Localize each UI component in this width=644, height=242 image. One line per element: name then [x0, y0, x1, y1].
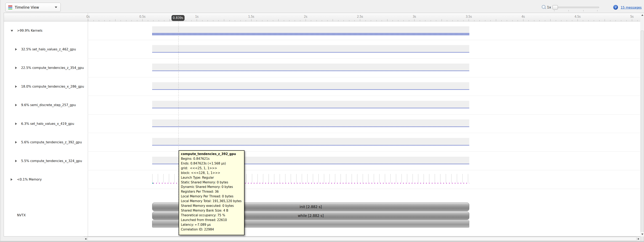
ruler-tick [599, 20, 600, 21]
expander-icon[interactable] [11, 30, 13, 32]
tooltip-line: Local Memory Per Thread: 0 bytes [181, 194, 242, 199]
tree-timeline-divider[interactable] [88, 13, 88, 236]
timeline-ruler[interactable]: 0s0.5s1s1.5s2s2.5s3s3.5s4s4.5s5s [4, 13, 640, 21]
ruler-tick [230, 20, 230, 21]
ruler-time-label: 0s [86, 15, 90, 19]
expander-icon[interactable] [15, 104, 17, 106]
ruler-tick [110, 20, 110, 21]
ruler-tick [197, 19, 197, 21]
tooltip-line: Correlation ID: 22984 [181, 227, 242, 232]
view-selector-dropdown[interactable]: Timeline View [5, 3, 61, 12]
arrow-down-icon [641, 233, 644, 235]
tree-row-label: 9.6% semi_discrete_step_257_gpu [21, 103, 76, 107]
ruler-tick [88, 19, 88, 21]
ruler-time-label: 2s [304, 15, 307, 19]
arrow-right-icon [638, 238, 639, 240]
tree-row-memory[interactable]: <0.1% Memory [4, 170, 88, 189]
horizontal-scrollbar[interactable] [84, 236, 640, 241]
ruler-tick [306, 19, 306, 21]
memory-first-event-dot[interactable] [152, 183, 153, 184]
nvtx-track-label: NVTX [17, 213, 26, 217]
tree-row-label: 22.5% compute_tendencies_z_354_gpu [21, 66, 84, 70]
kernel-events-line[interactable] [152, 127, 469, 127]
row-divider [88, 77, 640, 77]
messages-link[interactable]: 15 messages [620, 6, 642, 10]
tree-row-kernel-1[interactable]: 32.5% set_halo_values_z_462_gpu [4, 40, 88, 59]
ruler-time-label: 3.5s [466, 15, 472, 19]
ruler-tick [463, 20, 464, 21]
ruler-tick [132, 20, 132, 21]
ruler-tick [502, 20, 502, 21]
ruler-tick [458, 20, 458, 21]
ruler-tick [159, 20, 159, 21]
vertical-scrollbar[interactable] [640, 13, 644, 236]
ruler-tick [480, 20, 480, 21]
ruler-tick [360, 19, 360, 21]
zoom-slider-track[interactable] [553, 7, 599, 8]
vertical-scrollbar-thumb[interactable] [641, 31, 644, 242]
ruler-tick [327, 20, 328, 21]
ruler-tick [534, 20, 534, 21]
tree-row-kernel-6[interactable]: 5.6% compute_tendencies_z_392_gpu [4, 133, 88, 152]
horizontal-scrollbar-thumb[interactable] [88, 237, 636, 241]
ruler-tick [550, 19, 550, 21]
scroll-up-button[interactable] [640, 13, 644, 17]
expander-icon[interactable] [15, 85, 17, 88]
row-divider [88, 170, 640, 170]
ruler-tick [218, 20, 219, 21]
expander-icon[interactable] [15, 141, 17, 144]
tree-row-label: 32.5% set_halo_values_z_462_gpu [21, 48, 76, 51]
ruler-time-label: 0.5s [139, 15, 146, 19]
ruler-tick [436, 20, 436, 21]
expander-icon[interactable] [15, 160, 17, 162]
kernel-events-line[interactable] [152, 108, 469, 108]
time-marker-badge[interactable]: 0.839s [172, 15, 184, 21]
ruler-tick [262, 20, 262, 21]
view-selector-label: Timeline View [15, 5, 39, 10]
kernel-events-line[interactable] [152, 145, 469, 146]
tree-row-label: 5.5% compute_tendencies_x_324_gpu [21, 159, 82, 163]
tree-row-kernel-3[interactable]: 18.0% compute_tendencies_x_286_gpu [4, 77, 88, 96]
nvtx-range-label: init [2.882 s] [300, 205, 322, 209]
ruler-tick [387, 19, 388, 21]
tree-row-kernel-4[interactable]: 9.6% semi_discrete_step_257_gpu [4, 96, 88, 114]
ruler-tick [256, 20, 257, 21]
expander-icon[interactable] [15, 67, 17, 69]
tree-row-kernel-2[interactable]: 22.5% compute_tendencies_z_354_gpu [4, 59, 88, 77]
scroll-right-button[interactable] [636, 237, 640, 241]
kernel-row-band [152, 64, 469, 71]
nvtx-range-label: while [2.882 s] [298, 214, 324, 218]
row-divider [88, 114, 640, 114]
ruler-time-label: 3s [413, 15, 416, 19]
kernel-tooltip: compute_tendencies_z_392_gpu Begins: 0.8… [179, 150, 244, 235]
kernel-events-strip[interactable] [152, 33, 469, 35]
scroll-down-button[interactable] [640, 232, 644, 236]
kernel-events-line[interactable] [152, 71, 469, 71]
ruler-tick [578, 19, 578, 21]
tooltip-line: Static Shared Memory: 0 bytes [181, 180, 242, 185]
expander-icon[interactable] [15, 48, 17, 51]
expander-icon[interactable] [11, 178, 12, 181]
ruler-tick [442, 19, 442, 21]
ruler-time-label: 2.5s [357, 15, 363, 19]
tree-row-kernel-7[interactable]: 5.5% compute_tendencies_x_324_gpu [4, 152, 88, 170]
ruler-tick [349, 20, 349, 21]
tooltip-line: Dynamic Shared Memory: 0 bytes [181, 185, 242, 189]
ruler-tick [235, 20, 235, 21]
kernel-events-line[interactable] [152, 52, 469, 53]
info-icon[interactable]: i [613, 5, 618, 10]
ruler-tick [409, 20, 409, 21]
kernel-events-line[interactable] [152, 89, 469, 90]
ruler-tick [371, 20, 371, 21]
tree-row-label: 5.6% compute_tendencies_z_392_gpu [21, 141, 82, 144]
ruler-tick [94, 20, 94, 21]
arrow-left-icon [85, 238, 86, 240]
zoom-slider-handle[interactable] [552, 5, 558, 10]
scroll-left-button[interactable] [84, 237, 87, 241]
expander-icon[interactable] [15, 123, 17, 125]
tree-row-kernel-5[interactable]: 6.3% set_halo_values_x_419_gpu [4, 114, 88, 133]
row-divider [88, 133, 640, 133]
ruler-tick [626, 20, 626, 21]
tree-row-kernels[interactable]: >99.9% Kernels [4, 21, 88, 40]
row-divider [88, 40, 640, 40]
